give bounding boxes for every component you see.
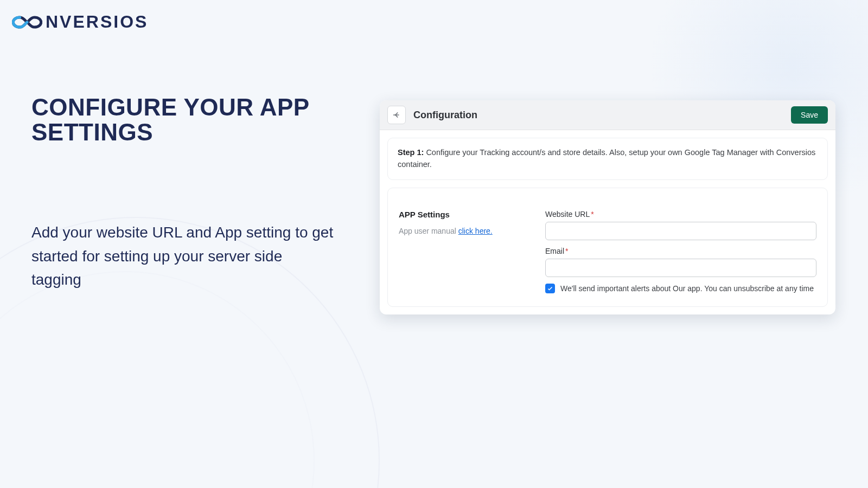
- manual-text: App user manual: [399, 227, 458, 235]
- brand-name: NVERSIOS: [46, 12, 148, 32]
- alerts-text: We'll send important alerts about Our ap…: [560, 284, 814, 293]
- brand-logo: NVERSIOS: [12, 12, 148, 32]
- save-button[interactable]: Save: [791, 106, 828, 124]
- app-settings-box: APP Settings App user manual click here.…: [387, 188, 828, 307]
- website-url-label-text: Website URL: [545, 210, 590, 219]
- website-url-input[interactable]: [545, 222, 816, 240]
- configuration-panel: Configuration Save Step 1: Configure you…: [380, 100, 835, 314]
- app-settings-heading: APP Settings: [399, 210, 534, 219]
- check-icon: [547, 285, 553, 292]
- manual-line: App user manual click here.: [399, 227, 534, 235]
- infinity-icon: [12, 14, 42, 30]
- panel-header: Configuration Save: [380, 100, 835, 130]
- page-title: CONFIGURE YOUR APP SETTINGS: [31, 95, 379, 145]
- step-description: Step 1: Configure your Tracking account/…: [387, 138, 828, 180]
- arrow-left-icon: [392, 110, 401, 120]
- step-prefix: Step 1:: [398, 148, 424, 157]
- panel-title: Configuration: [413, 110, 791, 121]
- back-button[interactable]: [387, 106, 406, 124]
- manual-link[interactable]: click here.: [458, 227, 493, 235]
- email-label-text: Email: [545, 247, 564, 255]
- website-url-label: Website URL*: [545, 210, 816, 219]
- email-label: Email*: [545, 247, 816, 255]
- page-subtext: Add your website URL and App setting to …: [31, 221, 335, 291]
- step-text: Configure your Tracking account/s and st…: [398, 148, 815, 169]
- alerts-checkbox[interactable]: [545, 284, 555, 293]
- email-input[interactable]: [545, 259, 816, 277]
- required-asterisk: *: [565, 247, 568, 255]
- required-asterisk: *: [591, 210, 593, 219]
